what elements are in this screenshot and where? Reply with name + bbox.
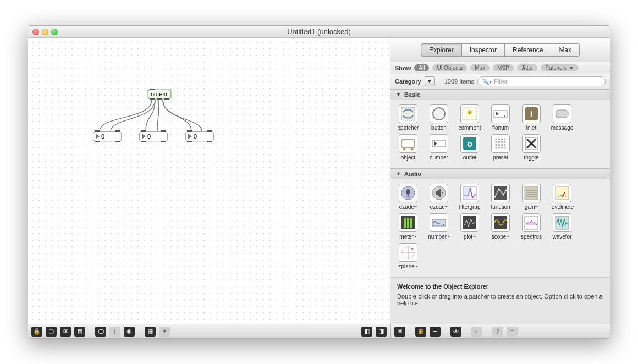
zoom-window-button[interactable]: [51, 29, 58, 35]
outlet-port[interactable]: [187, 141, 192, 142]
lock-button[interactable]: 🔒: [31, 327, 42, 337]
window-controls: [32, 29, 58, 35]
palette-item-flonum[interactable]: flonum: [485, 104, 516, 131]
list-button[interactable]: ≡: [507, 327, 518, 337]
minimize-window-button[interactable]: [42, 29, 48, 35]
inlet-port[interactable]: [95, 130, 100, 132]
inlet-port[interactable]: [187, 130, 192, 132]
outlet-port[interactable]: [150, 98, 155, 100]
ezadc-icon: [399, 184, 417, 202]
palette-item-ezadc-sig[interactable]: ezadc~: [393, 184, 424, 210]
palette-item-inlet[interactable]: iinlet: [516, 104, 547, 131]
inlet-port[interactable]: [115, 130, 120, 132]
palette-item-label: ezdac~: [424, 204, 454, 210]
outlet-port[interactable]: [157, 98, 162, 100]
outlet-port[interactable]: [207, 141, 212, 142]
category-dropdown[interactable]: ▼: [425, 76, 435, 86]
palette-item-outlet[interactable]: ooutlet: [454, 134, 485, 161]
palette-item-label: outlet: [455, 155, 485, 161]
tab-inspector[interactable]: Inspector: [462, 43, 505, 57]
pill-all[interactable]: All: [414, 64, 429, 71]
palette-item-toggle[interactable]: toggle: [516, 134, 547, 161]
palette-item-levelmete[interactable]: levelmete: [547, 184, 578, 210]
info-button[interactable]: i: [109, 327, 120, 337]
number-box-2[interactable]: 0: [139, 131, 168, 141]
inlet-port[interactable]: [141, 130, 146, 132]
explorer-scroll[interactable]: ▼ Basic bpatcherbuttonccommentflonumiinl…: [391, 89, 610, 277]
svg-point-28: [501, 144, 503, 146]
palette-item-ezdac-sig[interactable]: ezdac~: [424, 184, 454, 210]
new-xbox-button[interactable]: ⊠: [74, 327, 85, 337]
eye-button[interactable]: 👁: [450, 327, 461, 337]
pill-max[interactable]: Max: [470, 64, 490, 71]
number-box-3[interactable]: 0: [185, 131, 214, 141]
outlet-port[interactable]: [115, 141, 120, 142]
close-window-button[interactable]: [32, 29, 39, 35]
sidebar-right-button[interactable]: ◨: [376, 327, 387, 337]
snap-button[interactable]: ✦: [159, 327, 170, 337]
svg-point-45: [498, 189, 500, 190]
number-box-1[interactable]: 0: [93, 131, 122, 141]
inlet-port[interactable]: [207, 130, 212, 132]
settings-button[interactable]: ✱: [394, 327, 405, 337]
pill-msp[interactable]: MSP: [493, 64, 514, 71]
side-panel: Explorer Inspector Reference Max Show Al…: [390, 38, 610, 338]
palette-item-wavefor[interactable]: wavefor: [547, 213, 578, 240]
filter-search[interactable]: 🔍▾ Filter: [477, 76, 606, 86]
outlet-port[interactable]: [95, 141, 100, 142]
palette-item-bpatcher[interactable]: bpatcher: [393, 104, 424, 131]
svg-rect-43: [494, 186, 507, 200]
palette-item-object[interactable]: object: [393, 134, 424, 161]
section-basic[interactable]: ▼ Basic: [391, 89, 610, 100]
svg-rect-42: [463, 186, 470, 200]
help-button[interactable]: ?: [492, 327, 503, 337]
scope-icon: [491, 213, 510, 232]
outlet-port[interactable]: [164, 98, 169, 100]
present-button[interactable]: 🖵: [95, 327, 106, 337]
grid-button[interactable]: ▦: [145, 327, 156, 337]
palette-item-message[interactable]: message: [547, 104, 578, 131]
palette-item-number[interactable]: number: [424, 134, 454, 161]
audio-grid: ezadc~ezdac~filtergrapfunctiongain~level…: [391, 179, 610, 277]
tab-max[interactable]: Max: [551, 43, 580, 57]
pill-ui-objects[interactable]: UI Objects: [432, 64, 467, 71]
new-message-button[interactable]: ✉: [60, 327, 71, 337]
section-audio[interactable]: ▼ Audio: [391, 168, 610, 179]
palette-item-function[interactable]: function: [485, 184, 516, 210]
palette-item-preset[interactable]: preset: [485, 134, 516, 161]
function-icon: [491, 184, 510, 202]
palette-item-zplane-sig[interactable]: ×zplane~: [393, 243, 424, 269]
outlet-port[interactable]: [161, 141, 166, 142]
palette-item-gain-sig[interactable]: gain~: [516, 184, 547, 210]
palette-item-plot-sig[interactable]: plot~: [454, 213, 485, 240]
palette-item-button[interactable]: button: [424, 104, 454, 131]
tab-reference[interactable]: Reference: [505, 43, 551, 57]
inlet-port[interactable]: [150, 89, 155, 90]
sidebar-left-button[interactable]: ◧: [361, 327, 372, 337]
palette-item-scope-sig[interactable]: scope~: [485, 213, 516, 240]
object-icon: [399, 134, 417, 153]
palette-item-filtergrap[interactable]: filtergrap: [454, 184, 485, 210]
palette-item-number-sig[interactable]: number~: [424, 213, 454, 240]
svg-rect-11: [402, 140, 415, 147]
palette-item-meter-sig[interactable]: meter~: [393, 213, 424, 240]
palette-item-spectros[interactable]: spectros: [516, 213, 547, 240]
svg-point-20: [501, 138, 503, 140]
inlet-port[interactable]: [161, 130, 166, 132]
new-object-button[interactable]: ▢: [46, 327, 57, 337]
pill-patchers[interactable]: Patchers ▼: [541, 64, 578, 71]
grid-view-button[interactable]: ▦: [415, 327, 426, 337]
outlet-port[interactable]: [141, 141, 146, 142]
notein-object[interactable]: notein: [148, 90, 171, 98]
tab-explorer[interactable]: Explorer: [421, 43, 462, 57]
svg-point-32: [501, 147, 503, 149]
palette-item-label: inlet: [516, 125, 546, 131]
patcher-canvas[interactable]: notein 0 0: [28, 38, 390, 324]
palette-item-comment[interactable]: ccomment: [454, 104, 485, 131]
audio-button[interactable]: ◉: [124, 327, 135, 337]
palette-item-label: zplane~: [393, 263, 423, 269]
palette-item-label: toggle: [516, 155, 546, 161]
add-button[interactable]: +: [471, 327, 482, 337]
pill-jitter[interactable]: Jitter: [517, 64, 538, 71]
list-view-button[interactable]: ☰: [430, 327, 441, 337]
